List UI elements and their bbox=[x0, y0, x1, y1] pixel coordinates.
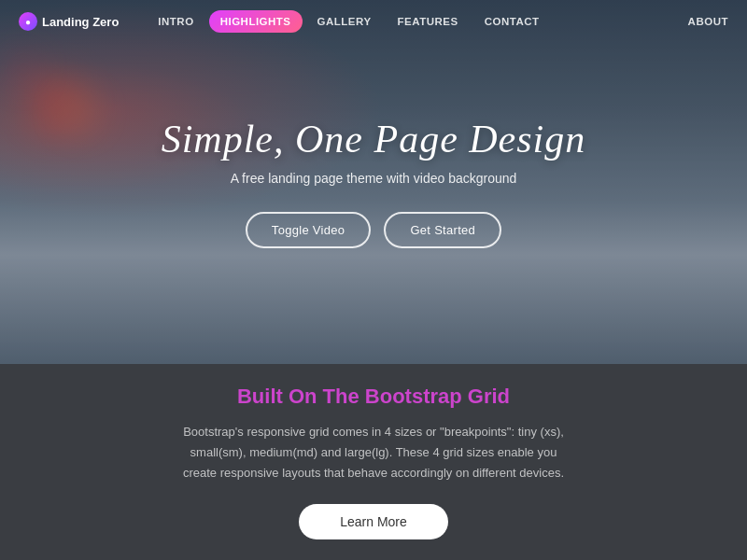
nav-links: INTRO HIGHLIGHTS GALLERY FEATURES CONTAC… bbox=[147, 10, 687, 33]
brand-icon: ● bbox=[19, 12, 37, 31]
toggle-video-button[interactable]: Toggle Video bbox=[246, 212, 372, 248]
nav-link-features[interactable]: FEATURES bbox=[387, 10, 470, 33]
navbar: ● Landing Zero INTRO HIGHLIGHTS GALLERY … bbox=[0, 0, 747, 43]
hero-buttons: Toggle Video Get Started bbox=[162, 212, 586, 248]
learn-more-button[interactable]: Learn More bbox=[299, 504, 448, 539]
brand-logo[interactable]: ● Landing Zero bbox=[19, 12, 119, 31]
nav-link-gallery[interactable]: GALLERY bbox=[306, 10, 383, 33]
nav-link-highlights[interactable]: HIGHLIGHTS bbox=[209, 10, 303, 33]
brand-label: Landing Zero bbox=[42, 15, 119, 29]
nav-link-intro[interactable]: INTRO bbox=[147, 10, 204, 33]
bootstrap-section: Built On The Bootstrap Grid Bootstrap's … bbox=[0, 364, 747, 560]
hero-content: Simple, One Page Design A free landing p… bbox=[162, 117, 586, 248]
nav-about[interactable]: ABOUT bbox=[688, 16, 728, 27]
section2-body: Bootstrap's responsive grid comes in 4 s… bbox=[177, 422, 570, 483]
bokeh-circle-3 bbox=[9, 56, 37, 84]
hero-title: Simple, One Page Design bbox=[162, 117, 586, 161]
bokeh-circle-2 bbox=[61, 93, 98, 131]
section2-title: Built On The Bootstrap Grid bbox=[237, 385, 510, 409]
nav-link-contact[interactable]: CONTACT bbox=[473, 10, 551, 33]
bokeh-circle-1 bbox=[28, 75, 84, 131]
get-started-button[interactable]: Get Started bbox=[384, 212, 501, 248]
hero-subtitle: A free landing page theme with video bac… bbox=[162, 171, 586, 186]
hero-section: Simple, One Page Design A free landing p… bbox=[0, 0, 747, 364]
